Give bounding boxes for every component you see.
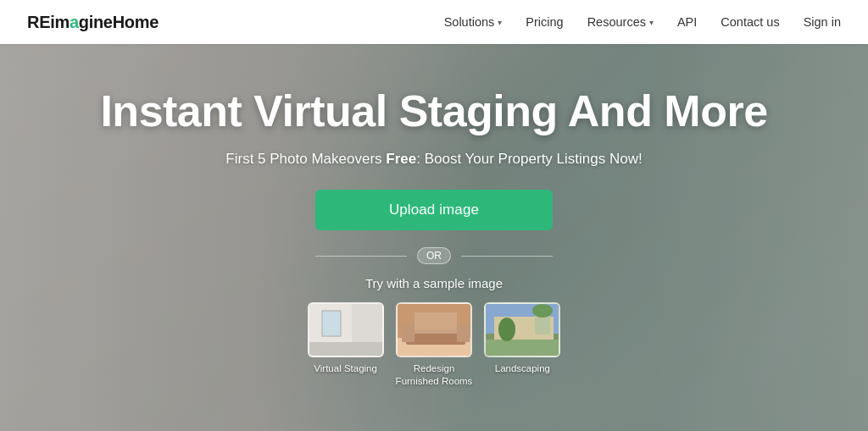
nav-signin[interactable]: Sign in — [804, 15, 841, 29]
logo-rest: gineHome — [79, 13, 159, 31]
furnished-room-svg — [398, 304, 472, 357]
or-line-right — [461, 256, 553, 257]
svg-point-18 — [498, 318, 515, 341]
hero-title: Instant Virtual Staging And More — [100, 87, 767, 135]
upload-button[interactable]: Upload image — [315, 190, 553, 230]
sample-landscaping[interactable]: Landscaping — [484, 302, 560, 375]
hero-subtitle: First 5 Photo Makeovers Free: Boost Your… — [225, 151, 642, 168]
nav-contact[interactable]: Contact us — [721, 15, 779, 29]
nav-resources[interactable]: Resources ▾ — [587, 15, 654, 29]
svg-rect-3 — [322, 311, 341, 336]
hero-section: Instant Virtual Staging And More First 5… — [0, 44, 868, 431]
signin-label: Sign in — [804, 15, 841, 29]
contact-label: Contact us — [721, 15, 779, 29]
logo-imagine: im — [50, 13, 70, 31]
svg-rect-15 — [486, 340, 560, 357]
logo-i-accent: a — [70, 13, 79, 31]
sample-caption-landscaping: Landscaping — [495, 362, 550, 375]
sample-thumb-virtual-staging — [308, 302, 384, 357]
empty-room-svg — [309, 304, 384, 357]
svg-point-17 — [532, 304, 553, 318]
svg-rect-10 — [457, 325, 470, 342]
landscaping-svg — [486, 304, 560, 357]
logo-re: RE — [27, 13, 50, 31]
main-nav: Solutions ▾ Pricing Resources ▾ API Cont… — [444, 15, 841, 29]
sample-images-row: Virtual Staging RedesignFurnished Rooms — [308, 302, 561, 388]
or-badge: OR — [417, 247, 451, 264]
nav-solutions[interactable]: Solutions ▾ — [444, 15, 503, 29]
nav-api[interactable]: API — [677, 15, 697, 29]
logo[interactable]: REimagineHome — [27, 13, 159, 32]
subtitle-suffix: : Boost Your Property Listings Now! — [416, 151, 642, 167]
or-line-left — [315, 256, 407, 257]
resources-label: Resources — [587, 15, 646, 29]
nav-pricing[interactable]: Pricing — [526, 15, 563, 29]
svg-rect-2 — [309, 342, 384, 357]
api-label: API — [677, 15, 697, 29]
header: REimagineHome Solutions ▾ Pricing Resour… — [0, 0, 868, 44]
sample-caption-virtual-staging: Virtual Staging — [314, 362, 377, 375]
pricing-label: Pricing — [526, 15, 563, 29]
subtitle-bold: Free — [386, 151, 416, 167]
sample-label: Try with a sample image — [365, 276, 503, 290]
sample-caption-redesign: RedesignFurnished Rooms — [396, 362, 473, 388]
resources-chevron-icon: ▾ — [649, 18, 654, 27]
solutions-label: Solutions — [444, 15, 495, 29]
svg-rect-11 — [415, 312, 457, 334]
or-divider: OR — [315, 247, 553, 264]
sample-redesign[interactable]: RedesignFurnished Rooms — [396, 302, 473, 388]
sample-virtual-staging[interactable]: Virtual Staging — [308, 302, 384, 375]
sample-thumb-landscaping — [484, 302, 560, 357]
svg-rect-9 — [402, 325, 415, 342]
solutions-chevron-icon: ▾ — [498, 18, 502, 27]
hero-content: Instant Virtual Staging And More First 5… — [0, 87, 868, 388]
sample-thumb-redesign — [396, 302, 472, 357]
subtitle-prefix: First 5 Photo Makeovers — [225, 151, 386, 167]
